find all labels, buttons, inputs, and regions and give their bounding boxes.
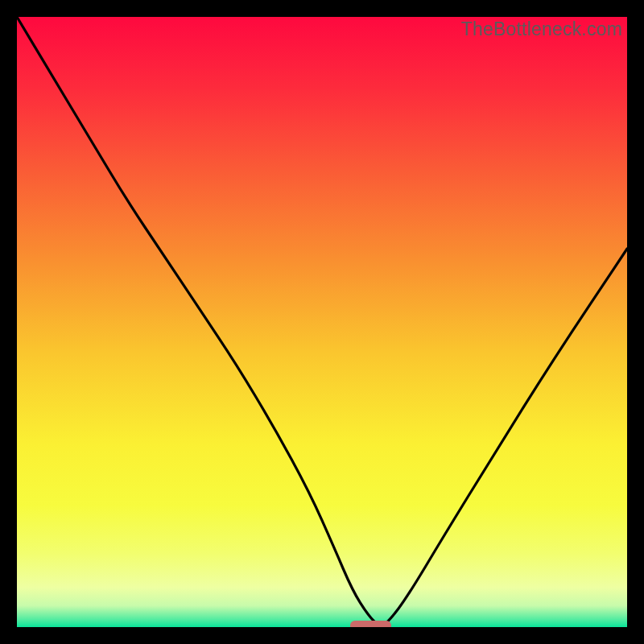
optimal-marker: [350, 621, 391, 627]
bottleneck-curve: [17, 17, 627, 627]
outer-frame: TheBottleneck.com: [0, 0, 644, 644]
plot-area: TheBottleneck.com: [17, 17, 627, 627]
